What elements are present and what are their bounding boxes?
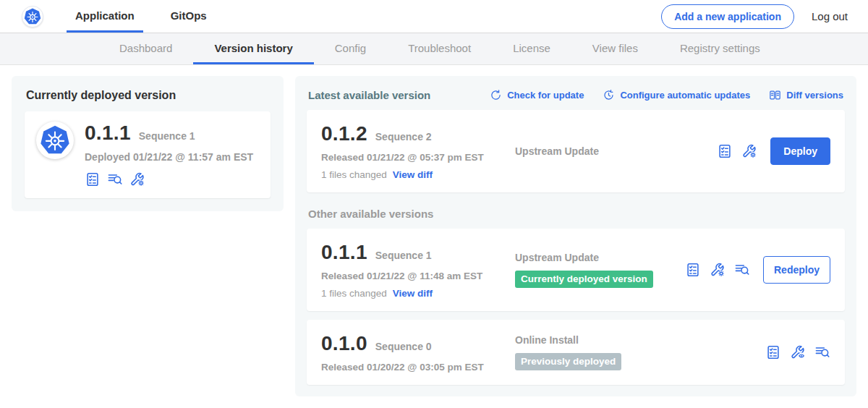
subnav-troubleshoot[interactable]: Troubleshoot	[387, 33, 492, 64]
deployed-sequence: Sequence 1	[139, 130, 195, 142]
kubernetes-logo-icon	[40, 125, 70, 156]
add-application-button[interactable]: Add a new application	[661, 4, 794, 29]
source-label: Upstream Update	[515, 252, 685, 263]
app-subnav: Dashboard Version history Config Trouble…	[0, 33, 868, 65]
kubernetes-logo-icon	[22, 6, 43, 27]
view-config-icon[interactable]	[790, 344, 806, 360]
version-row-0-1-1: 0.1.1 Sequence 1 Released 01/21/22 @ 11:…	[307, 229, 845, 311]
version-source: Online Install Previously deployed	[503, 334, 765, 370]
tab-gitops[interactable]: GitOps	[162, 0, 216, 33]
subnav-license[interactable]: License	[492, 33, 571, 64]
released-timestamp: Released 01/21/22 @ 11:48 am EST	[321, 271, 503, 281]
released-timestamp: Released 01/21/22 @ 05:37 pm EST	[321, 152, 503, 163]
deploy-logs-icon[interactable]	[734, 262, 750, 278]
source-label: Online Install	[515, 334, 765, 346]
version-actions: Redeploy	[685, 256, 830, 284]
preflight-checks-icon[interactable]	[765, 344, 781, 360]
version-source: Upstream Update Currently deployed versi…	[503, 252, 685, 288]
edit-config-icon[interactable]	[741, 143, 757, 159]
refresh-icon	[490, 89, 502, 101]
source-label: Upstream Update	[515, 145, 717, 157]
main-content: Currently deployed version 0.1.1 Sequenc…	[0, 65, 868, 407]
other-versions-title: Other available versions	[308, 208, 843, 220]
panel-actions: Check for update Configure automatic upd…	[490, 89, 843, 101]
currently-deployed-title: Currently deployed version	[26, 89, 271, 102]
app-level-tabs: Application GitOps	[67, 0, 216, 33]
deployed-version-info: 0.1.1 Sequence 1 Deployed 01/21/22 @ 11:…	[85, 122, 253, 187]
deploy-logs-icon[interactable]	[107, 171, 123, 187]
deployed-version-number: 0.1.1	[85, 122, 131, 145]
files-changed-label: 1 files changed	[321, 169, 387, 180]
schedule-update-icon	[603, 89, 615, 101]
version-history-panel: Latest available version Check for updat…	[295, 76, 856, 396]
deploy-logs-icon[interactable]	[814, 344, 830, 360]
subnav-config[interactable]: Config	[314, 33, 387, 64]
edit-config-icon[interactable]	[129, 171, 145, 187]
version-sequence: Sequence 0	[375, 341, 432, 352]
subnav-registry-settings[interactable]: Registry settings	[659, 33, 781, 64]
version-number: 0.1.2	[321, 122, 367, 145]
tab-application[interactable]: Application	[67, 0, 143, 33]
view-diff-link[interactable]: View diff	[393, 288, 433, 299]
previously-deployed-badge: Previously deployed	[515, 353, 621, 370]
edit-config-icon[interactable]	[710, 262, 726, 278]
released-timestamp: Released 01/20/22 @ 03:05 pm EST	[321, 362, 503, 373]
deployed-action-icons	[85, 171, 253, 187]
preflight-checks-icon[interactable]	[685, 262, 701, 278]
version-sequence: Sequence 2	[375, 131, 432, 143]
files-changed-label: 1 files changed	[321, 288, 387, 299]
subnav-version-history[interactable]: Version history	[193, 33, 313, 64]
version-info: 0.1.1 Sequence 1 Released 01/21/22 @ 11:…	[321, 241, 503, 299]
currently-deployed-card: Currently deployed version 0.1.1 Sequenc…	[12, 76, 284, 211]
preflight-checks-icon[interactable]	[85, 171, 101, 187]
top-header: Application GitOps Add a new application…	[0, 0, 868, 33]
check-for-update-label: Check for update	[507, 90, 584, 101]
redeploy-button[interactable]: Redeploy	[763, 256, 830, 284]
preflight-checks-icon[interactable]	[717, 143, 733, 159]
deployed-timestamp: Deployed 01/21/22 @ 11:57 am EST	[85, 151, 253, 163]
view-diff-link[interactable]: View diff	[393, 169, 433, 180]
diff-versions-icon	[769, 89, 781, 101]
logout-link[interactable]: Log out	[812, 10, 848, 22]
latest-version-title: Latest available version	[308, 89, 430, 101]
diff-versions-label: Diff versions	[786, 90, 843, 101]
diff-versions-link[interactable]: Diff versions	[769, 89, 843, 101]
subnav-view-files[interactable]: View files	[571, 33, 659, 64]
configure-automatic-updates-link[interactable]: Configure automatic updates	[603, 89, 750, 101]
version-actions: Deploy	[717, 137, 830, 165]
kubernetes-logo-icon	[24, 8, 41, 25]
version-row-0-1-0: 0.1.0 Sequence 0 Released 01/20/22 @ 03:…	[307, 320, 845, 385]
configure-automatic-updates-label: Configure automatic updates	[620, 90, 750, 101]
subnav-dashboard[interactable]: Dashboard	[98, 33, 193, 64]
check-for-update-link[interactable]: Check for update	[490, 89, 584, 101]
version-sequence: Sequence 1	[375, 250, 432, 261]
version-number: 0.1.0	[321, 332, 367, 355]
version-row-0-1-2: 0.1.2 Sequence 2 Released 01/21/22 @ 05:…	[307, 110, 845, 192]
version-number: 0.1.1	[321, 241, 367, 264]
app-logo	[36, 122, 74, 159]
currently-deployed-badge: Currently deployed version	[515, 271, 653, 288]
latest-version-header: Latest available version Check for updat…	[308, 89, 843, 101]
version-info: 0.1.2 Sequence 2 Released 01/21/22 @ 05:…	[321, 122, 503, 180]
deploy-button[interactable]: Deploy	[770, 137, 830, 165]
version-source: Upstream Update	[503, 145, 717, 157]
deployed-version-tile: 0.1.1 Sequence 1 Deployed 01/21/22 @ 11:…	[25, 111, 271, 198]
header-right: Add a new application Log out	[661, 0, 848, 33]
version-actions	[765, 344, 830, 360]
version-info: 0.1.0 Sequence 0 Released 01/20/22 @ 03:…	[321, 332, 503, 373]
